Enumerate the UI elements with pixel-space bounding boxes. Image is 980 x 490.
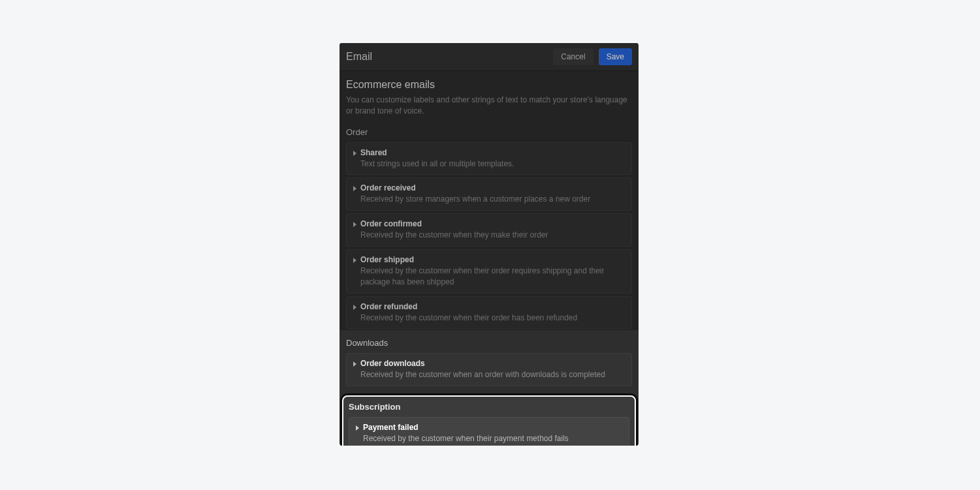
chevron-right-icon xyxy=(353,258,356,263)
chevron-right-icon xyxy=(353,186,356,191)
item-desc: Text strings used in all or multiple tem… xyxy=(360,159,625,170)
item-desc: Received by the customer when they make … xyxy=(360,230,625,241)
header-buttons: Cancel Save xyxy=(553,48,632,65)
item-desc: Received by the customer when their orde… xyxy=(360,313,625,324)
email-settings-panel: Email Cancel Save Ecommerce emails You c… xyxy=(340,43,639,446)
group-subscription-title: Subscription xyxy=(349,402,629,412)
chevron-right-icon xyxy=(353,305,356,310)
chevron-right-icon xyxy=(356,425,359,431)
panel-body[interactable]: Ecommerce emails You can customize label… xyxy=(340,71,639,446)
item-desc: Received by the customer when their paym… xyxy=(363,433,622,444)
section-description: You can customize labels and other strin… xyxy=(346,95,632,117)
item-title: Shared xyxy=(360,148,625,157)
item-desc: Received by store managers when a custom… xyxy=(360,194,625,205)
item-text: Order downloads Received by the customer… xyxy=(360,359,625,380)
item-desc: Received by the customer when their orde… xyxy=(360,266,625,288)
group-downloads-title: Downloads xyxy=(346,338,632,348)
group-order-title: Order xyxy=(346,127,632,137)
save-button[interactable]: Save xyxy=(599,48,632,65)
cancel-button[interactable]: Cancel xyxy=(553,48,593,65)
panel-title: Email xyxy=(346,51,372,63)
item-title: Order refunded xyxy=(360,302,625,311)
item-order-confirmed[interactable]: Order confirmed Received by the customer… xyxy=(346,213,632,247)
group-subscription-highlight: Subscription Payment failed Received by … xyxy=(342,395,636,446)
group-order: Order Shared Text strings used in all or… xyxy=(346,127,632,329)
item-payment-failed[interactable]: Payment failed Received by the customer … xyxy=(349,417,629,446)
item-order-downloads[interactable]: Order downloads Received by the customer… xyxy=(346,353,632,386)
item-title: Order downloads xyxy=(360,359,625,368)
item-title: Payment failed xyxy=(363,423,622,432)
group-downloads: Downloads Order downloads Received by th… xyxy=(346,338,632,386)
item-text: Shared Text strings used in all or multi… xyxy=(360,148,625,170)
panel-header: Email Cancel Save xyxy=(340,43,639,71)
item-text: Order shipped Received by the customer w… xyxy=(360,255,625,288)
item-text: Order refunded Received by the customer … xyxy=(360,302,625,324)
item-order-received[interactable]: Order received Received by store manager… xyxy=(346,177,632,211)
item-shared[interactable]: Shared Text strings used in all or multi… xyxy=(346,142,632,176)
item-order-refunded[interactable]: Order refunded Received by the customer … xyxy=(346,296,632,329)
item-title: Order shipped xyxy=(360,255,625,264)
item-desc: Received by the customer when an order w… xyxy=(360,369,625,380)
chevron-right-icon xyxy=(353,361,356,367)
item-title: Order confirmed xyxy=(360,219,625,228)
item-order-shipped[interactable]: Order shipped Received by the customer w… xyxy=(346,249,632,294)
chevron-right-icon xyxy=(353,222,356,227)
item-title: Order received xyxy=(360,183,625,192)
chevron-right-icon xyxy=(353,151,356,156)
item-text: Order received Received by store manager… xyxy=(360,183,625,205)
item-text: Order confirmed Received by the customer… xyxy=(360,219,625,241)
section-title: Ecommerce emails xyxy=(346,79,632,91)
item-text: Payment failed Received by the customer … xyxy=(363,423,622,444)
